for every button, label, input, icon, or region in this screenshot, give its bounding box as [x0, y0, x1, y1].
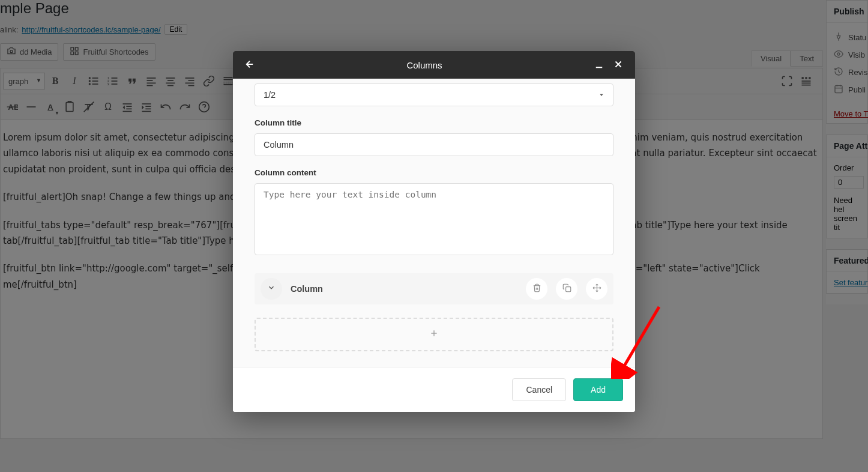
column-content-textarea[interactable]: [255, 183, 613, 255]
move-column-handle[interactable]: [586, 278, 607, 300]
delete-column-button[interactable]: [526, 278, 547, 300]
collapse-label: Column: [291, 284, 517, 294]
modal-title: Columns: [257, 60, 592, 70]
trash-icon: [532, 283, 541, 295]
chevron-down-icon: [267, 283, 276, 294]
column-content-label: Column content: [255, 168, 613, 183]
svg-marker-65: [600, 94, 603, 96]
collapse-toggle[interactable]: [261, 278, 282, 300]
column-collapse-row: Column: [255, 273, 613, 304]
column-size-select[interactable]: 1/2: [255, 83, 613, 106]
column-title-input[interactable]: [255, 133, 613, 156]
add-column-section[interactable]: [255, 318, 613, 351]
duplicate-column-button[interactable]: [556, 278, 577, 300]
modal-header: Columns: [233, 51, 635, 79]
modal-footer: Cancel Add: [233, 367, 635, 412]
columns-modal: Columns 1/2 Column title Column content: [233, 51, 635, 412]
column-title-label: Column title: [255, 118, 613, 133]
plus-icon: [429, 328, 439, 340]
caret-down-icon: [598, 90, 604, 100]
modal-minimize-button[interactable]: [592, 58, 606, 72]
add-button[interactable]: Add: [573, 378, 623, 401]
modal-back-button[interactable]: [243, 58, 257, 72]
arrow-left-icon: [244, 59, 255, 71]
column-size-value: 1/2: [264, 90, 276, 100]
minimize-icon: [594, 59, 604, 71]
move-icon: [592, 283, 601, 295]
modal-close-button[interactable]: [611, 58, 625, 72]
close-icon: [613, 59, 624, 71]
cancel-button[interactable]: Cancel: [512, 378, 566, 401]
copy-icon: [562, 283, 571, 295]
svg-rect-66: [565, 286, 570, 291]
modal-body: 1/2 Column title Column content Column: [233, 79, 635, 367]
